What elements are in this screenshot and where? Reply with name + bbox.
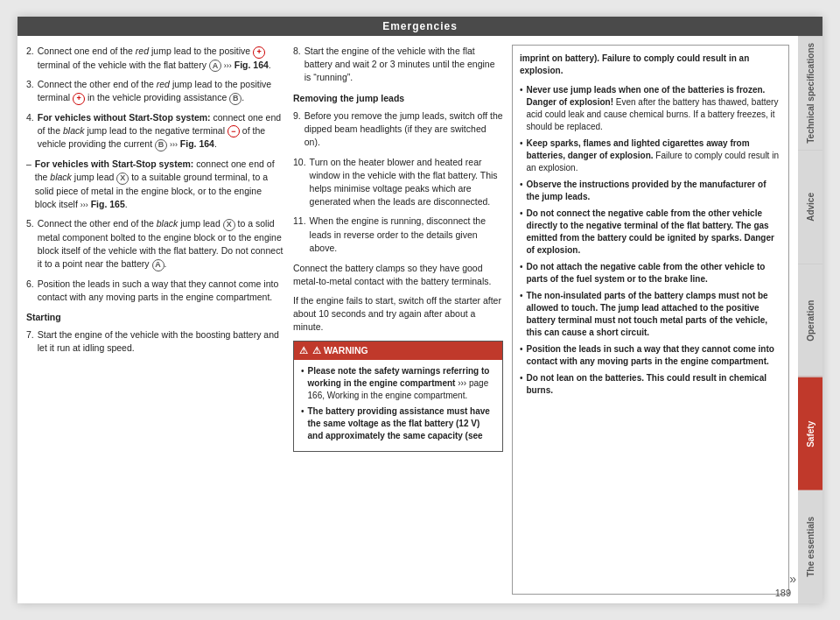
warning-box: ⚠ ⚠ WARNING • Please note the safety war… — [293, 341, 503, 452]
bullet-icon: • — [520, 343, 523, 368]
warning-label: ⚠ WARNING — [312, 344, 368, 357]
italic-text: black — [157, 218, 178, 229]
if-fails-text: If the engine fails to start, switch off… — [293, 294, 503, 335]
bold-warning: The battery providing assistance must ha… — [308, 406, 490, 440]
bullet-icon: • — [520, 84, 523, 133]
page-container: Emergencies 2. Connect one end of the re… — [18, 17, 822, 603]
bullet-text: Observe the instructions provided by the… — [527, 179, 781, 203]
bold-text: Position the leads in such a way that th… — [527, 344, 774, 366]
bullet-icon: • — [520, 372, 523, 397]
item-number: 11. — [293, 215, 306, 255]
sidebar-tab-technical[interactable]: Technical specifications — [798, 36, 822, 150]
right-bullet-item: • Never use jump leads when one of the b… — [520, 84, 781, 133]
circle-b: B — [229, 93, 242, 105]
italic-text: black — [63, 125, 85, 136]
italic-text: black — [50, 172, 72, 182]
sidebar-tab-essentials[interactable]: The essentials — [798, 490, 822, 603]
left-column: 2. Connect one end of the red jump lead … — [26, 45, 284, 595]
bold-text: Do not connect the negative cable from t… — [527, 208, 774, 255]
list-item: 10. Turn on the heater blower and heated… — [293, 156, 503, 209]
arrow-ref — [170, 138, 178, 149]
bullet-text: Keep sparks, flames and lighted cigarett… — [527, 137, 781, 174]
bullet-text: Position the leads in such a way that th… — [527, 343, 781, 368]
list-item: 11. When the engine is running, disconne… — [293, 215, 503, 255]
item-dash: – — [26, 158, 32, 211]
item-text: Start the engine of the vehicle with the… — [304, 45, 503, 85]
sidebar-tab-label: Technical specifications — [806, 43, 816, 144]
middle-column: 8. Start the engine of the vehicle with … — [293, 45, 503, 595]
warning-bullet-item: • The battery providing assistance must … — [301, 405, 495, 442]
bullet-icon: • — [301, 405, 304, 442]
item-number: 4. — [26, 111, 34, 151]
item-number: 6. — [26, 278, 34, 304]
bullet-text: The battery providing assistance must ha… — [308, 405, 495, 442]
bullet-text: Please note the safety warnings referrin… — [308, 365, 495, 402]
bullet-icon: • — [520, 208, 523, 257]
bullet-icon: • — [301, 365, 304, 402]
circle-b: B — [155, 139, 167, 151]
list-item: 8. Start the engine of the vehicle with … — [293, 45, 503, 85]
arrow-ref — [80, 199, 88, 209]
sidebar-tab-operation[interactable]: Operation — [798, 264, 822, 377]
item-text: For vehicles without Start-Stop system: … — [38, 111, 284, 151]
item-number: 3. — [26, 78, 34, 105]
list-item: 4. For vehicles without Start-Stop syste… — [26, 111, 284, 151]
bold-text: Keep sparks, flames and lighted cigarett… — [527, 138, 750, 160]
bullet-icon: • — [520, 290, 523, 339]
bold-text: Observe the instructions provided by the… — [527, 180, 766, 201]
item-text: When the engine is running, disconnect t… — [310, 215, 503, 255]
list-item: 9. Before you remove the jump leads, swi… — [293, 109, 503, 150]
bullet-icon: • — [520, 137, 523, 174]
item-text: Position the leads in such a way that th… — [38, 278, 284, 304]
bullet-text: Do not connect the negative cable from t… — [527, 208, 781, 257]
item-text: Connect the other end of the black jump … — [38, 217, 284, 271]
connect-text: Connect the battery clamps so they have … — [293, 262, 503, 288]
bold-text: Do not lean on the batteries. This could… — [527, 373, 767, 395]
fig-ref: Fig. 164 — [180, 138, 214, 149]
sidebar-tab-safety[interactable]: Safety — [798, 377, 822, 490]
right-bullet-item: • Do not connect the negative cable from… — [520, 208, 781, 257]
bold-text: Do not attach the negative cable from th… — [527, 262, 766, 284]
sidebar-tab-advice[interactable]: Advice — [798, 150, 822, 264]
item-text: Connect the other end of the red jump le… — [38, 78, 284, 105]
bullet-icon: • — [520, 179, 523, 203]
warning-icon: ⚠ — [299, 344, 308, 357]
list-item: 5. Connect the other end of the black ju… — [26, 217, 284, 271]
right-bullet-item: • Do not attach the negative cable from … — [520, 261, 781, 285]
bold-text: For vehicles without Start-Stop system: — [38, 112, 211, 123]
chevron-right-icon: » — [789, 572, 796, 586]
item-number: 10. — [293, 156, 306, 209]
page-number: 189 — [775, 588, 791, 598]
circle-a: A — [209, 60, 221, 72]
content-area: 2. Connect one end of the red jump lead … — [18, 36, 822, 603]
sidebar-tab-label: The essentials — [806, 517, 816, 577]
starting-heading: Starting — [26, 311, 284, 324]
list-item: 7. Start the engine of the vehicle with … — [26, 328, 284, 355]
arrow-ref — [224, 60, 232, 70]
item-text: Before you remove the jump leads, switch… — [304, 109, 503, 150]
warning-header: ⚠ ⚠ WARNING — [294, 342, 502, 360]
circle-a: A — [152, 259, 164, 271]
bullet-text: The non-insulated parts of the battery c… — [527, 290, 781, 339]
item-number: 9. — [293, 109, 301, 150]
item-number: 2. — [26, 45, 34, 72]
circle-x: X — [223, 219, 235, 231]
removing-heading: Removing the jump leads — [293, 92, 503, 105]
bullet-text: Do not attach the negative cable from th… — [527, 261, 781, 285]
header-title: Emergencies — [382, 20, 458, 32]
bold-text: The non-insulated parts of the battery c… — [527, 291, 768, 337]
sidebar-tab-label: Safety — [806, 421, 816, 447]
bullet-icon: • — [520, 261, 523, 285]
right-bullet-item: • Position the leads in such a way that … — [520, 343, 781, 368]
item-number: 8. — [293, 45, 301, 85]
right-bullet-item: • Do not lean on the batteries. This cou… — [520, 372, 781, 397]
warning-bullet-item: • Please note the safety warnings referr… — [301, 365, 495, 402]
right-bullet-item: • Observe the instructions provided by t… — [520, 179, 781, 203]
item-text: For vehicles with Start-Stop system: con… — [35, 158, 284, 211]
list-item: 2. Connect one end of the red jump lead … — [26, 45, 284, 72]
bullet-text: Never use jump leads when one of the bat… — [527, 84, 781, 133]
main-content: 2. Connect one end of the red jump lead … — [18, 36, 798, 603]
sidebar: Technical specifications Advice Operatio… — [798, 36, 822, 603]
item-text: Connect one end of the red jump lead to … — [38, 45, 284, 72]
item-number: 7. — [26, 328, 34, 355]
